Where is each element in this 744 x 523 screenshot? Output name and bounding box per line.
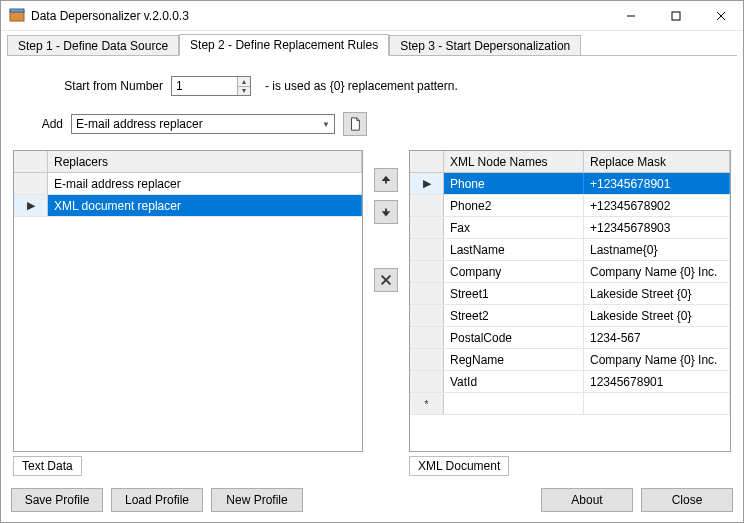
xml-node-header[interactable]: XML Node Names (444, 151, 584, 172)
subtab-text-data[interactable]: Text Data (13, 456, 82, 476)
tab-step1[interactable]: Step 1 - Define Data Source (7, 35, 179, 56)
replace-mask: Lastname{0} (584, 239, 730, 260)
replace-mask: 12345678901 (584, 371, 730, 392)
svg-rect-3 (672, 12, 680, 20)
move-up-button[interactable] (374, 168, 398, 192)
xml-node-name: Street2 (444, 305, 584, 326)
about-button[interactable]: About (541, 488, 633, 512)
row-header: ▶ (410, 173, 444, 194)
subtab-xml-document[interactable]: XML Document (409, 456, 509, 476)
start-from-label: Start from Number (13, 79, 163, 93)
add-label: Add (13, 117, 63, 131)
minimize-button[interactable] (608, 1, 653, 30)
tab-panel: Start from Number ▲▼ - is used as {0} re… (7, 55, 737, 482)
close-window-button[interactable] (698, 1, 743, 30)
replace-mask: Company Name {0} Inc. (584, 349, 730, 370)
close-button[interactable]: Close (641, 488, 733, 512)
replacer-name: E-mail address replacer (48, 173, 362, 194)
start-from-spinner[interactable]: ▲▼ (171, 76, 251, 96)
table-row[interactable]: Street1Lakeside Street {0} (410, 283, 730, 305)
xml-node-name: Fax (444, 217, 584, 238)
xml-node-name: VatId (444, 371, 584, 392)
table-row[interactable]: E-mail address replacer (14, 173, 362, 195)
xml-nodes-grid[interactable]: XML Node Names Replace Mask ▶Phone+12345… (409, 150, 731, 452)
replace-mask: +12345678902 (584, 195, 730, 216)
move-down-button[interactable] (374, 200, 398, 224)
svg-rect-1 (10, 9, 24, 12)
load-profile-button[interactable]: Load Profile (111, 488, 203, 512)
replace-mask: Company Name {0} Inc. (584, 261, 730, 282)
replace-mask: Lakeside Street {0} (584, 305, 730, 326)
start-from-input[interactable] (172, 79, 237, 93)
table-row[interactable]: ▶XML document replacer (14, 195, 362, 217)
xml-node-name: LastName (444, 239, 584, 260)
xml-node-name: Street1 (444, 283, 584, 304)
table-row[interactable]: CompanyCompany Name {0} Inc. (410, 261, 730, 283)
chevron-down-icon[interactable]: ▼ (318, 115, 334, 133)
tab-step2[interactable]: Step 2 - Define Replacement Rules (179, 34, 389, 56)
window-title: Data Depersonalizer v.2.0.0.3 (31, 9, 608, 23)
maximize-button[interactable] (653, 1, 698, 30)
add-replacer-combo[interactable]: E-mail address replacer ▼ (71, 114, 335, 134)
table-row[interactable]: Fax+12345678903 (410, 217, 730, 239)
replace-mask-header[interactable]: Replace Mask (584, 151, 730, 172)
footer: Save Profile Load Profile New Profile Ab… (1, 482, 743, 522)
table-row[interactable]: Phone2+12345678902 (410, 195, 730, 217)
replacers-grid[interactable]: Replacers E-mail address replacer▶XML do… (13, 150, 363, 452)
table-row[interactable]: VatId12345678901 (410, 371, 730, 393)
xml-node-name: RegName (444, 349, 584, 370)
step-tabs: Step 1 - Define Data Source Step 2 - Def… (1, 31, 743, 55)
svg-rect-7 (385, 209, 387, 213)
table-row[interactable]: Street2Lakeside Street {0} (410, 305, 730, 327)
new-row-marker: * (410, 393, 444, 414)
table-row[interactable]: LastNameLastname{0} (410, 239, 730, 261)
replace-mask: +12345678901 (584, 173, 730, 194)
replace-mask: +12345678903 (584, 217, 730, 238)
spin-up-icon[interactable]: ▲ (238, 77, 250, 86)
row-header-corner (410, 151, 444, 172)
row-header (410, 283, 444, 304)
row-header (410, 327, 444, 348)
row-header (410, 195, 444, 216)
titlebar: Data Depersonalizer v.2.0.0.3 (1, 1, 743, 31)
row-header (410, 305, 444, 326)
table-row[interactable]: RegNameCompany Name {0} Inc. (410, 349, 730, 371)
new-profile-button[interactable]: New Profile (211, 488, 303, 512)
add-replacer-value: E-mail address replacer (72, 117, 318, 131)
xml-node-name: Phone2 (444, 195, 584, 216)
table-row[interactable]: PostalCode1234-567 (410, 327, 730, 349)
row-header (410, 261, 444, 282)
save-profile-button[interactable]: Save Profile (11, 488, 103, 512)
row-header: ▶ (14, 195, 48, 216)
row-header (410, 239, 444, 260)
table-row[interactable]: ▶Phone+12345678901 (410, 173, 730, 195)
table-new-row[interactable]: * (410, 393, 730, 415)
start-from-hint: - is used as {0} replacement pattern. (265, 79, 458, 93)
window-buttons (608, 1, 743, 30)
delete-button[interactable] (374, 268, 398, 292)
replace-mask: Lakeside Street {0} (584, 283, 730, 304)
row-header (14, 173, 48, 194)
row-header (410, 217, 444, 238)
row-header (410, 349, 444, 370)
xml-node-name: PostalCode (444, 327, 584, 348)
tab-step3[interactable]: Step 3 - Start Depersonalization (389, 35, 581, 56)
app-icon (9, 8, 25, 24)
app-window: Data Depersonalizer v.2.0.0.3 Step 1 - D… (0, 0, 744, 523)
svg-rect-6 (385, 180, 387, 184)
row-header (410, 371, 444, 392)
replace-mask: 1234-567 (584, 327, 730, 348)
xml-node-name: Company (444, 261, 584, 282)
xml-node-name: Phone (444, 173, 584, 194)
add-replacer-button[interactable] (343, 112, 367, 136)
spinner-buttons[interactable]: ▲▼ (237, 77, 250, 95)
row-header-corner (14, 151, 48, 172)
replacer-name: XML document replacer (48, 195, 362, 216)
spin-down-icon[interactable]: ▼ (238, 86, 250, 96)
replacers-header[interactable]: Replacers (48, 151, 362, 172)
